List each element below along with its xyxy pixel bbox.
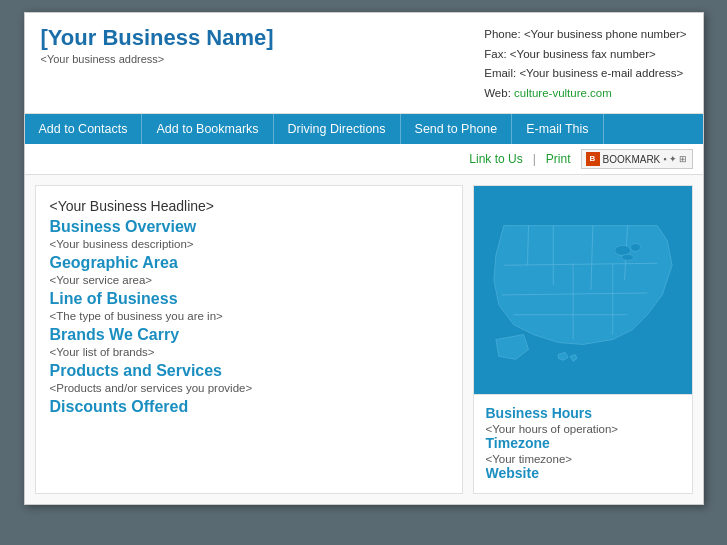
svg-point-12 — [621, 255, 633, 261]
right-info: Business Hours <Your hours of operation>… — [473, 395, 693, 494]
us-map — [473, 185, 693, 395]
map-svg — [474, 186, 692, 394]
section-website: Website — [486, 465, 680, 481]
section-title-discounts: Discounts Offered — [50, 398, 448, 416]
nav-driving-directions[interactable]: Driving Directions — [274, 114, 401, 144]
right-desc-business-hours: <Your hours of operation> — [486, 423, 680, 435]
link-to-us[interactable]: Link to Us — [469, 152, 522, 166]
header: [Your Business Name] <Your business addr… — [25, 13, 703, 114]
business-name: [Your Business Name] — [41, 25, 274, 51]
left-column: <Your Business Headline> Business Overvi… — [35, 185, 463, 494]
bookmark-icon: B — [586, 152, 600, 166]
fax-value: <Your business fax number> — [510, 48, 656, 60]
secondary-bar: Link to Us | Print B BOOKMARK ▪ ✦ ⊞ — [25, 144, 703, 175]
nav-add-bookmarks[interactable]: Add to Bookmarks — [142, 114, 273, 144]
nav-add-contacts[interactable]: Add to Contacts — [25, 114, 143, 144]
right-title-timezone: Timezone — [486, 435, 680, 451]
web-info: Web: culture-vulture.com — [484, 84, 686, 104]
section-desc-brands: <Your list of brands> — [50, 346, 448, 358]
email-value: <Your business e-mail address> — [519, 67, 683, 79]
section-title-business-overview: Business Overview — [50, 218, 448, 236]
email-info: Email: <Your business e-mail address> — [484, 64, 686, 84]
section-desc-geographic-area: <Your service area> — [50, 274, 448, 286]
section-products: Products and Services <Products and/or s… — [50, 362, 448, 394]
section-timezone: Timezone <Your timezone> — [486, 435, 680, 465]
svg-point-11 — [630, 244, 640, 252]
bookmark-widget[interactable]: B BOOKMARK ▪ ✦ ⊞ — [581, 149, 693, 169]
fax-label: Fax: — [484, 48, 506, 60]
phone-info: Phone: <Your business phone number> — [484, 25, 686, 45]
header-left: [Your Business Name] <Your business addr… — [41, 25, 274, 65]
fax-info: Fax: <Your business fax number> — [484, 45, 686, 65]
section-line-of-business: Line of Business <The type of business y… — [50, 290, 448, 322]
section-discounts: Discounts Offered — [50, 398, 448, 416]
section-brands: Brands We Carry <Your list of brands> — [50, 326, 448, 358]
web-link[interactable]: culture-vulture.com — [514, 87, 612, 99]
section-desc-line-of-business: <The type of business you are in> — [50, 310, 448, 322]
main-content: <Your Business Headline> Business Overvi… — [25, 175, 703, 504]
section-desc-business-overview: <Your business description> — [50, 238, 448, 250]
section-title-products: Products and Services — [50, 362, 448, 380]
separator: | — [533, 152, 536, 166]
right-column: Business Hours <Your hours of operation>… — [473, 185, 693, 494]
right-title-website: Website — [486, 465, 680, 481]
business-headline: <Your Business Headline> — [50, 198, 448, 214]
header-right: Phone: <Your business phone number> Fax:… — [484, 25, 686, 103]
web-label: Web: — [484, 87, 511, 99]
nav-send-to-phone[interactable]: Send to Phone — [401, 114, 513, 144]
right-desc-timezone: <Your timezone> — [486, 453, 680, 465]
svg-point-10 — [614, 246, 630, 256]
section-title-line-of-business: Line of Business — [50, 290, 448, 308]
bookmark-icons: ▪ ✦ ⊞ — [663, 154, 687, 164]
section-desc-products: <Products and/or services you provide> — [50, 382, 448, 394]
section-geographic-area: Geographic Area <Your service area> — [50, 254, 448, 286]
navbar: Add to Contacts Add to Bookmarks Driving… — [25, 114, 703, 144]
nav-email-this[interactable]: E-mail This — [512, 114, 603, 144]
bookmark-label: BOOKMARK — [603, 154, 661, 165]
print-link[interactable]: Print — [546, 152, 571, 166]
phone-value: <Your business phone number> — [524, 28, 687, 40]
app-window: [Your Business Name] <Your business addr… — [24, 12, 704, 505]
right-title-business-hours: Business Hours — [486, 405, 680, 421]
business-address: <Your business address> — [41, 53, 274, 65]
section-business-hours: Business Hours <Your hours of operation> — [486, 405, 680, 435]
section-title-geographic-area: Geographic Area — [50, 254, 448, 272]
email-label: Email: — [484, 67, 516, 79]
section-business-overview: Business Overview <Your business descrip… — [50, 218, 448, 250]
section-title-brands: Brands We Carry — [50, 326, 448, 344]
phone-label: Phone: — [484, 28, 520, 40]
